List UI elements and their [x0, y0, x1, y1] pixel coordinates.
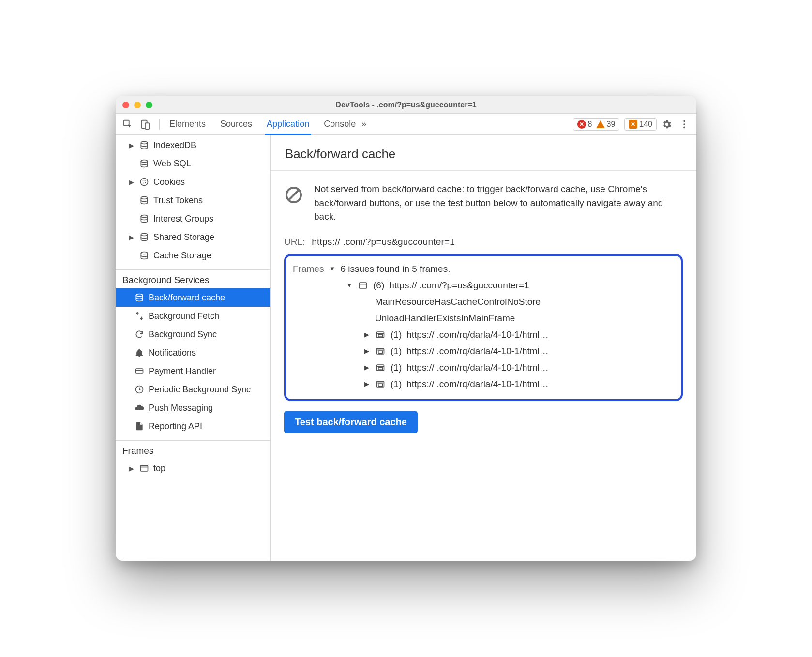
svg-point-9 [143, 180, 144, 181]
tab-elements[interactable]: Elements [168, 114, 207, 134]
svg-rect-38 [378, 384, 382, 386]
inspect-element-button[interactable] [120, 117, 135, 132]
sidebar-item-cookies[interactable]: ▶ Cookies [116, 173, 270, 191]
close-window-button[interactable] [122, 102, 129, 108]
sidebar-item-label: Web SQL [153, 159, 191, 169]
svg-point-4 [683, 123, 685, 125]
settings-button[interactable] [660, 117, 674, 132]
clock-icon [134, 385, 145, 394]
sidebar-item-background-sync[interactable]: Background Sync [116, 325, 270, 343]
svg-point-15 [141, 234, 147, 236]
sidebar-item-notifications[interactable]: Notifications [116, 343, 270, 362]
sidebar-item-web-sql[interactable]: Web SQL [116, 154, 270, 173]
sidebar-item-interest-groups[interactable]: Interest Groups [116, 209, 270, 228]
device-toolbar-button[interactable] [138, 117, 152, 132]
svg-point-10 [145, 180, 146, 181]
tab-sources[interactable]: Sources [219, 114, 253, 134]
issues-button[interactable]: ✕140 [624, 118, 657, 131]
sidebar-item-cache-storage[interactable]: Cache Storage [116, 246, 270, 265]
chevron-right-icon: ▶ [363, 380, 370, 388]
sync-icon [134, 329, 145, 339]
sidebar-item-background-fetch[interactable]: Background Fetch [116, 307, 270, 325]
subframe-url: https:// .com/rq/darla/4-10-1/html… [406, 379, 549, 389]
bell-icon [134, 348, 145, 358]
iframe-icon [375, 363, 386, 373]
more-tabs-button[interactable]: » [360, 119, 368, 129]
chevron-down-icon: ▼ [329, 265, 335, 272]
sidebar-item-label: Periodic Background Sync [149, 385, 251, 395]
chevron-right-icon: ▶ [363, 331, 370, 338]
svg-point-7 [141, 160, 147, 163]
kebab-menu-button[interactable] [677, 117, 692, 132]
svg-point-8 [141, 179, 148, 186]
frames-tree-box: Frames ▼ 6 issues found in 5 frames. ▼ (… [284, 254, 683, 401]
subframe-row[interactable]: ▶ (1) https:// .com/rq/darla/4-10-1/html… [293, 343, 672, 359]
window-controls [122, 102, 152, 108]
sidebar-item-label: IndexedDB [153, 140, 196, 150]
chevron-right-icon: ▶ [128, 142, 135, 149]
svg-point-13 [141, 197, 147, 199]
issue-icon: ✕ [629, 120, 637, 129]
svg-line-24 [289, 190, 299, 200]
svg-rect-2 [145, 123, 149, 129]
svg-point-12 [145, 182, 146, 183]
sidebar-item-label: Cookies [153, 177, 185, 187]
sidebar-item-periodic-background-sync[interactable]: Periodic Background Sync [116, 380, 270, 399]
sidebar-item-trust-tokens[interactable]: Trust Tokens [116, 191, 270, 209]
chevron-right-icon: ▶ [128, 179, 135, 186]
subframe-row[interactable]: ▶ (1) https:// .com/rq/darla/4-10-1/html… [293, 327, 672, 343]
sidebar-item-back-forward-cache[interactable]: Back/forward cache [116, 288, 270, 307]
cloud-icon [134, 403, 145, 413]
sidebar-item-payment-handler[interactable]: Payment Handler [116, 362, 270, 380]
subframe-count: (1) [391, 346, 402, 357]
cookie-icon [139, 177, 150, 187]
root-frame-row[interactable]: ▼ (6) https:// .com/?p=us&guccounter=1 [293, 277, 672, 294]
sidebar-item-indexeddb[interactable]: ▶ IndexedDB [116, 136, 270, 154]
console-status-button[interactable]: ✕8 39 [573, 118, 620, 131]
bfcache-reason: UnloadHandlerExistsInMainFrame [293, 310, 672, 327]
sidebar-section-background-services: Background Services [116, 270, 270, 288]
main-toolbar: Elements Sources Application Console » ✕… [116, 114, 696, 135]
error-count: 8 [588, 120, 592, 129]
db-icon [139, 251, 150, 260]
svg-point-17 [136, 294, 142, 297]
zoom-window-button[interactable] [146, 102, 152, 108]
db-icon [139, 232, 150, 242]
svg-point-14 [141, 215, 147, 218]
db-icon [134, 293, 145, 302]
db-icon [139, 159, 150, 168]
sidebar-item-frame-top[interactable]: ▶ top [116, 459, 270, 478]
tab-application[interactable]: Application [266, 114, 310, 134]
svg-point-5 [683, 126, 685, 128]
svg-rect-21 [141, 465, 148, 471]
file-icon [134, 421, 145, 431]
subframe-count: (1) [391, 329, 402, 340]
svg-point-16 [141, 252, 147, 254]
url-label: URL: [284, 237, 305, 247]
warning-count: 39 [607, 120, 616, 129]
sidebar-item-label: Cache Storage [153, 251, 211, 261]
iframe-icon [375, 346, 386, 356]
frames-summary-row[interactable]: Frames ▼ 6 issues found in 5 frames. [293, 261, 672, 277]
frames-label: Frames [293, 264, 324, 274]
minimize-window-button[interactable] [134, 102, 141, 108]
subframe-row[interactable]: ▶ (1) https:// .com/rq/darla/4-10-1/html… [293, 359, 672, 376]
chevron-right-icon: ▶ [128, 465, 135, 472]
sidebar-item-push-messaging[interactable]: Push Messaging [116, 399, 270, 417]
sidebar-item-reporting-api[interactable]: Reporting API [116, 417, 270, 435]
prohibited-icon [284, 185, 303, 207]
subframe-url: https:// .com/rq/darla/4-10-1/html… [406, 346, 549, 357]
test-bfcache-button[interactable]: Test back/forward cache [284, 411, 418, 433]
subframe-row[interactable]: ▶ (1) https:// .com/rq/darla/4-10-1/html… [293, 376, 672, 392]
iframe-icon [375, 379, 386, 389]
db-icon [139, 195, 150, 205]
main-area: ▶ IndexedDB Web SQL▶ Cookies Trust Token… [116, 135, 696, 561]
error-icon: ✕ [577, 120, 586, 129]
sidebar-item-label: Interest Groups [153, 214, 213, 224]
tab-console[interactable]: Console [323, 114, 357, 134]
sidebar-item-shared-storage[interactable]: ▶ Shared Storage [116, 228, 270, 246]
svg-point-3 [683, 120, 685, 122]
iframe-icon [375, 330, 386, 340]
url-row: URL: https:// .com/?p=us&guccounter=1 [284, 237, 683, 247]
issue-count: 140 [639, 120, 652, 129]
